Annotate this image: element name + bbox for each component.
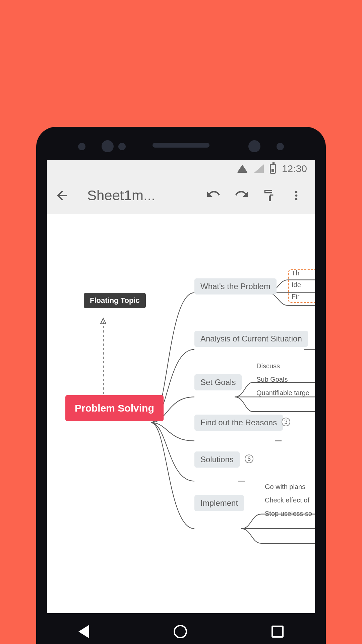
leaf-node[interactable]: Check effect of [265,496,309,504]
svg-point-2 [295,198,298,200]
nav-home-button[interactable] [174,625,187,638]
svg-point-0 [295,191,298,193]
leaf-node[interactable]: Th [292,269,299,277]
redo-button[interactable] [229,185,253,206]
nav-back-button[interactable] [78,625,89,638]
leaf-node[interactable]: Ide [292,281,301,289]
status-time: 12:30 [282,163,307,174]
root-label: Problem Solving [75,402,154,414]
signal-icon [254,164,264,173]
battery-icon [270,164,276,174]
branch-label: Set Goals [200,378,236,387]
branch-label: What's the Problem [200,282,270,291]
sensor-dot [78,143,85,150]
back-button[interactable] [54,187,70,204]
camera-dot [102,140,114,152]
speaker [153,143,209,148]
branch-label: Analysis of Current Situation [200,334,302,343]
branch-label: Find out the Reasons [200,418,277,427]
leaf-node[interactable]: Go with plans [265,483,305,491]
branch-node[interactable]: Find out the Reasons [194,415,283,431]
root-node[interactable]: Problem Solving [65,395,164,421]
status-bar: 12:30 [47,160,315,177]
count-badge[interactable]: 3 [282,418,290,426]
branch-node[interactable]: Analysis of Current Situation [194,331,308,347]
document-title[interactable]: Sheet1m... [74,187,198,204]
sensor-dot [118,143,126,150]
leaf-node[interactable]: Sub Goals [256,376,288,383]
floating-topic-label: Floating Topic [90,296,140,305]
wifi-icon [237,165,248,173]
mindmap-canvas[interactable]: Floating Topic Problem Solving What's th… [47,214,315,616]
phone-frame: 12:30 Sheet1m... [36,127,326,644]
branch-label: Implement [200,498,238,507]
branch-node[interactable]: Implement [194,495,244,511]
floating-topic-node[interactable]: Floating Topic [84,293,146,308]
branch-node[interactable]: Solutions [194,451,240,468]
undo-button[interactable] [202,185,226,206]
branch-node[interactable]: What's the Problem [194,278,277,294]
leaf-node[interactable]: Fir [292,293,299,301]
leaf-node[interactable]: Discuss [256,362,280,370]
navigation-bar [36,613,326,644]
nav-recent-button[interactable] [272,626,284,638]
badge-value: 3 [284,419,288,426]
format-button[interactable] [257,185,281,206]
more-button[interactable] [284,185,308,206]
branch-node[interactable]: Set Goals [194,374,242,390]
leaf-node[interactable]: Stop useless so [265,510,312,518]
app-bar: Sheet1m... [47,177,315,214]
count-badge[interactable]: 6 [245,454,253,463]
sensor-dot [277,143,284,150]
leaf-node[interactable]: Quantifiable targe [256,389,309,397]
camera-dot [248,140,260,152]
badge-value: 6 [247,455,251,463]
svg-point-1 [295,195,298,197]
branch-label: Solutions [200,455,234,464]
phone-screen: 12:30 Sheet1m... [47,160,315,644]
